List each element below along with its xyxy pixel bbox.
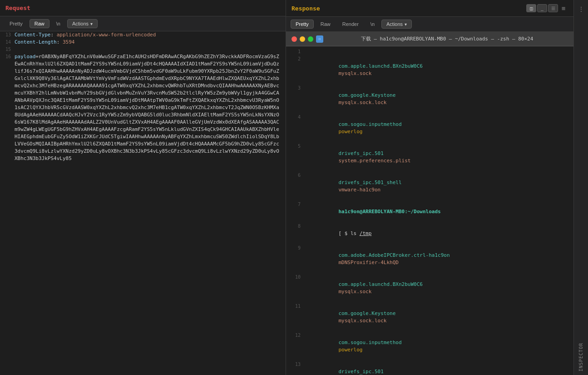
code-line-14: 14 Content-Length: 3594: [0, 39, 286, 46]
request-panel: Request Pretty Raw \n Actions 13 Content…: [0, 0, 286, 375]
inspector-icon[interactable]: ⋮: [576, 4, 587, 15]
split-view-button[interactable]: ◫: [526, 4, 536, 12]
request-n-tab[interactable]: \n: [51, 19, 65, 28]
term-row-1: 1: [290, 48, 570, 55]
term-row-2: 2 com.apple.launchd.BXn2buW0C6 mysqlx.so…: [290, 55, 570, 85]
traffic-light-red[interactable]: [292, 36, 297, 42]
response-panel: Response ◫ ⎯ ☰ ≡ Pretty Raw Render \n Ac…: [286, 0, 573, 375]
term-row-10: 10 com.apple.launchd.BXn2buW0C6 mysqlx.s…: [290, 274, 570, 303]
term-row-13: 13 drivefs_ipc.501 system.preferences.pl…: [290, 361, 570, 375]
term-row-11: 11 com.google.Keystone mysqlx.sock.lock: [290, 303, 570, 332]
menu-button[interactable]: ≡: [559, 4, 568, 13]
term-row-8: 8 [ $ ls /tmp: [290, 223, 570, 245]
request-title: Request: [5, 5, 30, 11]
request-pretty-tab[interactable]: Pretty: [5, 19, 28, 28]
view-icons-group: ◫ ⎯ ☰ ≡: [526, 4, 568, 13]
response-title: Response: [292, 5, 320, 12]
code-line-13: 13 Content-Type: application/x-www-form-…: [0, 31, 286, 39]
terminal-titlebar: ☐ 下载 — ha1c9on@ARREBOLYAN-MB0 — ~/Downlo…: [286, 32, 573, 46]
response-raw-tab[interactable]: Raw: [316, 20, 336, 29]
compact-view-button[interactable]: ☰: [548, 4, 558, 12]
code-line-15: 15: [0, 46, 286, 53]
term-row-6: 6 drivefs_ipc.501_shell vmware-ha1c9on: [290, 172, 570, 201]
request-actions-button[interactable]: Actions: [67, 19, 98, 28]
response-pretty-tab[interactable]: Pretty: [291, 20, 314, 29]
main-content: Request Pretty Raw \n Actions 13 Content…: [0, 0, 588, 375]
term-row-3: 3 com.google.Keystone mysqlx.sock.lock: [290, 85, 570, 114]
right-sidebar: ⋮ INSPECTOR: [573, 0, 588, 375]
terminal-body[interactable]: 1 2 com.apple.launchd.BXn2buW0C6 mysqlx.…: [286, 46, 573, 375]
terminal-title: 下载 — ha1c9on@ARREBOLYAN-MB0 — ~/Download…: [326, 35, 568, 42]
terminal-icon: ☐: [316, 35, 323, 43]
term-row-12: 12 com.sogou.inputmethod powerlog: [290, 332, 570, 361]
terminal-window: ☐ 下载 — ha1c9on@ARREBOLYAN-MB0 — ~/Downlo…: [286, 32, 573, 375]
inspector-label: INSPECTOR: [578, 339, 583, 371]
request-tab-group: Pretty Raw \n Actions: [5, 19, 98, 28]
term-row-5: 5 drivefs_ipc.501 system.preferences.pli…: [290, 143, 570, 172]
request-toolbar: Pretty Raw \n Actions: [0, 16, 286, 31]
code-line-16: 16 payload=rOABXNyABFqYXZhLnV0aWwuSGFzaE…: [0, 53, 286, 162]
request-raw-tab[interactable]: Raw: [30, 19, 49, 28]
single-view-button[interactable]: ⎯: [537, 4, 547, 12]
request-header: Request: [0, 0, 286, 16]
response-render-tab[interactable]: Render: [337, 20, 364, 29]
response-toolbar: Pretty Raw Render \n Actions: [286, 17, 573, 32]
request-code-area[interactable]: 13 Content-Type: application/x-www-form-…: [0, 31, 286, 375]
response-n-tab[interactable]: \n: [366, 20, 380, 29]
traffic-light-yellow[interactable]: [300, 36, 305, 42]
response-actions-button[interactable]: Actions: [381, 20, 412, 29]
term-row-4: 4 com.sogou.inputmethod powerlog: [290, 114, 570, 143]
traffic-light-green[interactable]: [308, 36, 313, 42]
term-row-7: 7 ha1c9on@ARREBOLYAN-MB0:~/Downloads: [290, 201, 570, 223]
term-row-9: 9 com.adobe.AdobeIPCBroker.ctrl-ha1c9on …: [290, 245, 570, 274]
